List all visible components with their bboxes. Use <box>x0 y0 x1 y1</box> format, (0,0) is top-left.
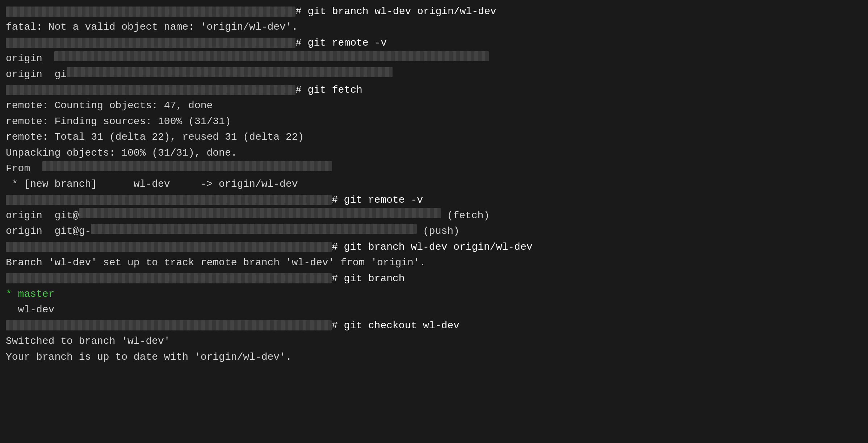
terminal-line-19: * master <box>6 286 862 302</box>
prompt-redacted-16 <box>6 239 332 255</box>
terminal-line-13: # git remote -v <box>6 192 862 208</box>
output-text-11: From <box>6 161 42 176</box>
terminal-line-6: # git fetch <box>6 82 862 98</box>
terminal-line-23: Your branch is up to date with 'origin/w… <box>6 349 862 365</box>
terminal-line-14: origin git@ (fetch) <box>6 208 862 223</box>
terminal-line-7: remote: Counting objects: 47, done <box>6 98 862 113</box>
output-text-19: * master <box>6 286 54 302</box>
output-text-9: remote: Total 31 (delta 22), reused 31 (… <box>6 129 304 145</box>
terminal-line-17: Branch 'wl-dev' set up to track remote b… <box>6 255 862 270</box>
output-text-15a: origin git@g- <box>6 223 91 239</box>
terminal-line-2: fatal: Not a valid object name: 'origin/… <box>6 19 862 35</box>
terminal-line-15: origin git@g- (push) <box>6 223 862 239</box>
terminal-line-11: From <box>6 161 862 176</box>
output-text-4: origin <box>6 51 54 66</box>
command-text-3: # git remote -v <box>295 35 387 51</box>
output-text-12: * [new branch] wl-dev -> origin/wl-dev <box>6 176 298 192</box>
command-text-6: # git fetch <box>295 82 362 98</box>
command-text-18: # git branch <box>332 271 405 286</box>
prompt-redacted-6 <box>6 82 295 98</box>
terminal: # git branch wl-dev origin/wl-dev fatal:… <box>6 4 862 365</box>
redacted-block-15 <box>91 224 417 234</box>
redacted-block-4 <box>54 51 489 61</box>
output-text-17: Branch 'wl-dev' set up to track remote b… <box>6 255 425 270</box>
output-text-14a: origin git@ <box>6 208 79 223</box>
prompt-redacted-13 <box>6 192 332 208</box>
output-text-5: origin gi <box>6 67 67 82</box>
output-text-22: Switched to branch 'wl-dev' <box>6 333 170 349</box>
terminal-line-3: # git remote -v <box>6 35 862 51</box>
redacted-block-11 <box>42 161 332 171</box>
terminal-line-18: # git branch <box>6 271 862 286</box>
redacted-block-5 <box>67 67 393 77</box>
terminal-line-1: # git branch wl-dev origin/wl-dev <box>6 4 862 19</box>
terminal-line-5: origin gi <box>6 67 862 82</box>
command-text-1: # git branch wl-dev origin/wl-dev <box>295 4 496 19</box>
command-text-21: # git checkout wl-dev <box>332 318 460 333</box>
terminal-line-22: Switched to branch 'wl-dev' <box>6 333 862 349</box>
command-text-16: # git branch wl-dev origin/wl-dev <box>332 239 533 255</box>
terminal-line-12: * [new branch] wl-dev -> origin/wl-dev <box>6 176 862 192</box>
output-text-23: Your branch is up to date with 'origin/w… <box>6 349 292 365</box>
output-text-2: fatal: Not a valid object name: 'origin/… <box>6 19 298 35</box>
output-text-15b: (push) <box>417 223 460 239</box>
redacted-block-14 <box>79 208 441 218</box>
output-text-7: remote: Counting objects: 47, done <box>6 98 213 113</box>
terminal-line-10: Unpacking objects: 100% (31/31), done. <box>6 145 862 161</box>
output-text-10: Unpacking objects: 100% (31/31), done. <box>6 145 237 161</box>
prompt-redacted-1 <box>6 4 295 19</box>
terminal-line-16: # git branch wl-dev origin/wl-dev <box>6 239 862 255</box>
output-text-8: remote: Finding sources: 100% (31/31) <box>6 114 231 129</box>
prompt-redacted-18 <box>6 271 332 286</box>
terminal-line-20: wl-dev <box>6 302 862 317</box>
terminal-line-9: remote: Total 31 (delta 22), reused 31 (… <box>6 129 862 145</box>
terminal-line-21: # git checkout wl-dev <box>6 318 862 333</box>
prompt-redacted-3 <box>6 35 295 51</box>
command-text-13: # git remote -v <box>332 192 423 208</box>
output-text-14b: (fetch) <box>441 208 490 223</box>
output-text-20: wl-dev <box>6 302 54 317</box>
terminal-line-4: origin <box>6 51 862 66</box>
terminal-line-8: remote: Finding sources: 100% (31/31) <box>6 114 862 129</box>
prompt-redacted-21 <box>6 318 332 333</box>
